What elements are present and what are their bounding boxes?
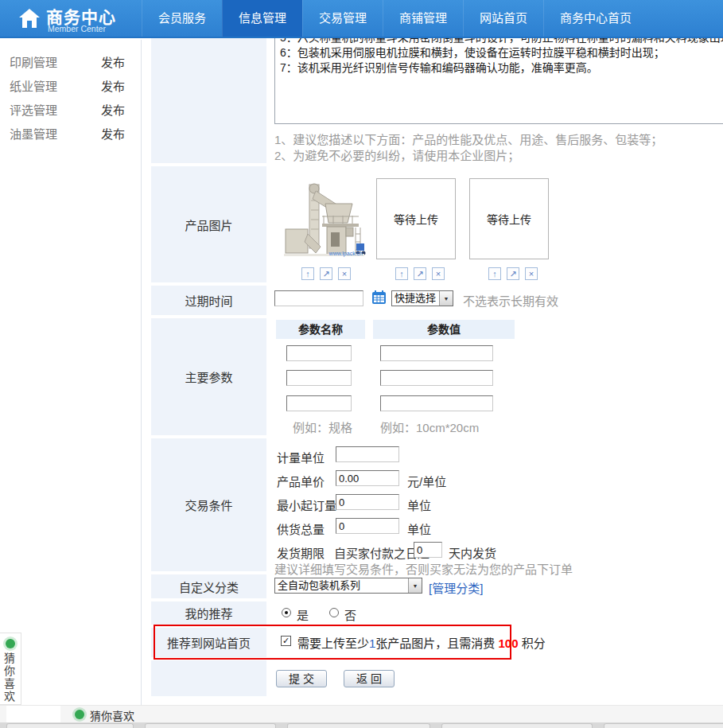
- param-name-input-3[interactable]: [286, 395, 352, 411]
- chevron-down-icon: [439, 291, 453, 306]
- supply-label: 供货总量: [277, 520, 325, 537]
- upload-icon[interactable]: ↑: [301, 267, 314, 280]
- param-name-input-1[interactable]: [286, 345, 352, 361]
- product-publish-form: 5：六头称量机的称量斗采用密闭倒量斗的设计，可防止物料在称量时的漏料和夹料现象出…: [151, 38, 723, 699]
- preview-icon[interactable]: ↗: [507, 267, 519, 280]
- nav-tabs: 会员服务 信息管理 交易管理 商铺管理 网站首页 商务中心首页: [142, 0, 647, 37]
- delivery-label: 发货期限: [277, 544, 325, 561]
- min-order-label: 最小起订量: [277, 496, 336, 513]
- guess-you-like-widget[interactable]: 猜你喜欢: [0, 633, 21, 705]
- product-image-thumbnail[interactable]: www.lpack.ch: [282, 180, 366, 259]
- param-value-input-1[interactable]: [380, 345, 493, 361]
- tab-member-center-home[interactable]: 商务中心首页: [543, 0, 647, 37]
- price-input[interactable]: [336, 470, 399, 486]
- image-watermark: www.lpack.ch: [329, 251, 363, 256]
- homepage-recommend-checkbox[interactable]: [281, 636, 291, 646]
- description-line: 5：六头称量机的称量斗采用密闭倒量斗的设计，可防止物料在称量时的漏料和夹料现象出…: [280, 38, 723, 45]
- upload-icon[interactable]: ↑: [488, 267, 501, 280]
- param-value-header: 参数值: [373, 320, 515, 339]
- manage-category-link[interactable]: [管理分类]: [429, 579, 483, 596]
- remove-icon[interactable]: ×: [432, 267, 445, 280]
- description-line: 7：该机采用光纤识别信号传输和编码器确认功能，准确率更高。: [280, 60, 723, 76]
- supply-suffix: 单位: [407, 520, 431, 537]
- unit-label: 计量单位: [277, 449, 325, 465]
- param-name-input-2[interactable]: [286, 370, 352, 386]
- expire-hint: 不选表示长期有效: [463, 292, 558, 309]
- sidebar-item-label[interactable]: 印刷管理: [10, 53, 57, 70]
- sidebar-item-print: 印刷管理 发布: [0, 49, 141, 73]
- expire-label: 过期时间: [151, 286, 266, 315]
- sidebar-item-label[interactable]: 纸业管理: [10, 77, 57, 94]
- tab-trade-management[interactable]: 交易管理: [302, 0, 383, 37]
- image-3-actions: ↑ ↗ ×: [488, 267, 538, 280]
- unit-input[interactable]: [336, 446, 399, 462]
- sidebar-item-label[interactable]: 评选管理: [10, 101, 57, 118]
- param-value-example: 例如：10cm*20cm: [380, 419, 479, 435]
- points-cost: 100: [499, 637, 519, 650]
- logo-subtitle: Member Center: [48, 24, 106, 33]
- guess-you-like-label[interactable]: 猜你喜欢: [90, 707, 134, 723]
- delivery-days-input[interactable]: [414, 542, 442, 558]
- tab-shop-management[interactable]: 商铺管理: [383, 0, 463, 37]
- param-name-header: 参数名称: [276, 320, 365, 339]
- recommend-yes-label[interactable]: 是: [297, 606, 309, 623]
- upload-icon[interactable]: ↑: [395, 267, 408, 280]
- homepage-recommend-text: 需要上传至少1张产品图片，且需消费 100 积分: [297, 634, 546, 651]
- delivery-suffix: 天内发货: [449, 544, 496, 561]
- sidebar-item-label[interactable]: 油墨管理: [10, 125, 57, 142]
- category-label: 自定义分类: [151, 574, 266, 598]
- guess-you-like-vertical-label: 猜你喜欢: [4, 652, 17, 703]
- buttons-label-cell: [151, 660, 266, 696]
- description-tip-1: 1、建议您描述以下方面：产品的性能及优点、用途、售后服务、包装等；: [274, 130, 663, 147]
- description-tip-2: 2、为避免不必要的纠纷，请使用本企业图片；: [274, 146, 519, 163]
- preview-icon[interactable]: ↗: [414, 267, 426, 280]
- submit-button[interactable]: 提 交: [276, 670, 327, 687]
- bottom-bar: 猜你喜欢: [0, 705, 723, 722]
- text-before: 需要上传至少: [297, 637, 369, 650]
- param-value-input-3[interactable]: [380, 395, 493, 411]
- expire-date-input[interactable]: [274, 290, 363, 306]
- upload-slot-3[interactable]: 等待上传: [469, 178, 549, 259]
- tab-info-management[interactable]: 信息管理: [222, 0, 302, 37]
- back-button[interactable]: 返 回: [344, 670, 395, 687]
- upload-slot-2[interactable]: 等待上传: [376, 178, 456, 259]
- text-after: 积分: [519, 637, 546, 650]
- sidebar-publish-link[interactable]: 发布: [101, 53, 125, 70]
- sidebar-publish-link[interactable]: 发布: [101, 125, 125, 142]
- home-icon: [17, 7, 41, 33]
- param-name-example: 例如：规格: [293, 419, 352, 435]
- tab-member-service[interactable]: 会员服务: [142, 0, 222, 37]
- upload-slot-placeholder: 等待上传: [394, 211, 438, 227]
- quick-select-value: 快捷选择: [392, 291, 439, 306]
- price-label: 产品单价: [277, 473, 325, 489]
- logo[interactable]: 商务中心 Member Center: [0, 0, 142, 37]
- recommend-no-radio[interactable]: [329, 608, 339, 617]
- trade-hint: 建议详细填写交易条件，否则买家无法为您的产品下订单: [274, 560, 573, 577]
- image-1-actions: ↑ ↗ ×: [301, 267, 351, 280]
- supply-input[interactable]: [336, 518, 399, 534]
- remove-icon[interactable]: ×: [338, 267, 351, 280]
- product-description-textarea[interactable]: 5：六头称量机的称量斗采用密闭倒量斗的设计，可防止物料在称量时的漏料和夹料现象出…: [274, 38, 723, 124]
- upload-slot-placeholder: 等待上传: [487, 211, 531, 227]
- category-selected-value: 全自动包装机系列: [275, 578, 408, 593]
- min-order-input[interactable]: [336, 494, 399, 510]
- sidebar-publish-link[interactable]: 发布: [101, 101, 125, 118]
- category-select[interactable]: 全自动包装机系列: [274, 578, 422, 594]
- recommend-yes-radio[interactable]: [282, 608, 291, 617]
- params-label: 主要参数: [151, 318, 266, 435]
- expire-quick-select[interactable]: 快捷选择: [391, 290, 453, 306]
- member-center-page: 商务中心 Member Center 会员服务 信息管理 交易管理 商铺管理 网…: [0, 0, 723, 728]
- bottom-bar-blank-box: [6, 706, 60, 723]
- calendar-icon[interactable]: [371, 290, 387, 308]
- preview-icon[interactable]: ↗: [320, 267, 332, 280]
- tab-site-home[interactable]: 网站首页: [463, 0, 543, 37]
- remove-icon[interactable]: ×: [525, 267, 538, 280]
- param-value-input-2[interactable]: [380, 370, 493, 386]
- sidebar-item-ink: 油墨管理 发布: [0, 121, 141, 145]
- text-mid: 张产品图片，且需消费: [375, 637, 498, 650]
- recommend-no-label[interactable]: 否: [344, 606, 356, 623]
- sidebar: 印刷管理 发布 纸业管理 发布 评选管理 发布 油墨管理 发布: [0, 40, 142, 705]
- sidebar-publish-link[interactable]: 发布: [101, 77, 125, 94]
- green-dot-icon: [6, 639, 15, 648]
- homepage-recommend-label: 推荐到网站首页: [151, 628, 266, 657]
